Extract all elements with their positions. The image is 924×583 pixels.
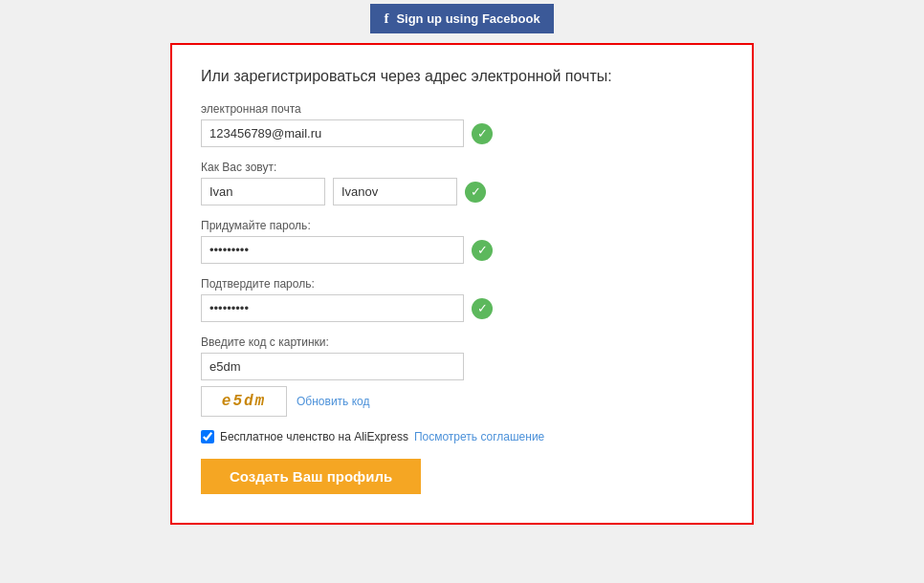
facebook-signup-button[interactable]: f Sign up using Facebook	[370, 4, 553, 33]
confirm-password-input[interactable]	[201, 294, 464, 322]
last-name-input[interactable]	[333, 178, 457, 205]
password-label: Придумайте пароль:	[201, 219, 723, 232]
first-name-input[interactable]	[201, 178, 325, 205]
agreement-checkbox[interactable]	[201, 430, 214, 443]
captcha-group: Введите код с картинки: e5dm Обновить ко…	[201, 335, 723, 417]
agreement-text: Бесплатное членство на AliExpress	[220, 430, 408, 443]
captcha-label: Введите код с картинки:	[201, 335, 723, 349]
confirm-password-field-row: ✓	[201, 294, 723, 322]
submit-button[interactable]: Создать Ваш профиль	[201, 459, 421, 494]
confirm-password-check-icon: ✓	[472, 298, 493, 319]
password-check-icon: ✓	[472, 240, 493, 261]
email-input[interactable]	[201, 119, 464, 147]
form-title: Или зарегистрироваться через адрес элект…	[201, 68, 723, 85]
email-field-row: ✓	[201, 119, 723, 147]
name-check-icon: ✓	[465, 182, 486, 203]
captcha-input[interactable]	[201, 353, 464, 380]
page-wrapper: f Sign up using Facebook Или зарегистрир…	[0, 0, 924, 583]
confirm-password-label: Подтвердите пароль:	[201, 277, 723, 291]
registration-form: Или зарегистрироваться через адрес элект…	[170, 43, 754, 525]
captcha-input-row	[201, 353, 723, 380]
name-field-row: ✓	[201, 178, 723, 205]
password-field-row: ✓	[201, 236, 723, 264]
captcha-image: e5dm	[201, 386, 287, 417]
email-label: электронная почта	[201, 102, 723, 116]
email-check-icon: ✓	[472, 123, 493, 144]
confirm-password-group: Подтвердите пароль: ✓	[201, 277, 723, 322]
facebook-signup-label: Sign up using Facebook	[396, 11, 539, 26]
name-label: Как Вас зовут:	[201, 161, 723, 174]
refresh-captcha-link[interactable]: Обновить код	[297, 395, 369, 408]
agreement-link[interactable]: Посмотреть соглашение	[414, 430, 544, 443]
captcha-image-row: e5dm Обновить код	[201, 386, 723, 417]
password-group: Придумайте пароль: ✓	[201, 219, 723, 264]
agreement-row: Бесплатное членство на AliExpress Посмот…	[201, 430, 723, 443]
password-input[interactable]	[201, 236, 464, 264]
facebook-icon: f	[384, 11, 388, 27]
name-group: Как Вас зовут: ✓	[201, 161, 723, 205]
email-group: электронная почта ✓	[201, 102, 723, 147]
